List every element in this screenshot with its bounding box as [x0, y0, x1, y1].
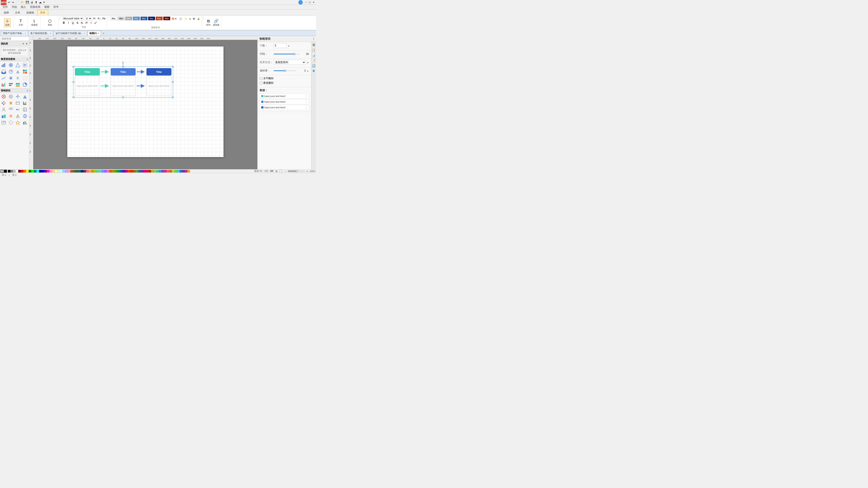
chart-item-14[interactable] — [8, 82, 14, 88]
zoom-in-btn[interactable]: + — [306, 170, 309, 173]
mkt-item-5[interactable] — [1, 100, 7, 106]
shape-group-btn[interactable]: ⊞ — [192, 17, 196, 21]
strikethrough-btn[interactable]: S̶ — [75, 21, 80, 25]
color-swatch[interactable] — [68, 170, 70, 173]
mkt-item-6[interactable] — [8, 100, 14, 106]
zoom-slider[interactable] — [288, 170, 305, 172]
slide-page[interactable]: Title Title — [67, 47, 223, 157]
menu-symbol[interactable]: 符号 — [52, 5, 60, 9]
black-swatch[interactable] — [4, 170, 7, 173]
menu-file[interactable]: 文件 — [1, 5, 9, 9]
color-swatch[interactable] — [187, 170, 190, 173]
chart-item-13[interactable] — [1, 82, 7, 88]
color-swatch[interactable] — [83, 170, 86, 173]
menu-page-layout[interactable]: 页面布局 — [28, 5, 42, 9]
color-swatch[interactable] — [141, 170, 143, 173]
minimize-btn[interactable]: − — [305, 1, 308, 4]
underline-btn[interactable]: U — [71, 21, 75, 25]
mkt-item-11[interactable] — [15, 106, 21, 113]
chart-item-11[interactable] — [15, 75, 21, 81]
offset-expand[interactable]: ▲ — [307, 69, 309, 72]
mkt-item-9[interactable] — [1, 106, 7, 113]
mkt-item-14[interactable]: $ — [8, 113, 14, 119]
highlight-btn[interactable]: 🖊 — [94, 21, 98, 25]
shape-effect-btn[interactable]: ✨ — [183, 17, 188, 21]
chart-item-8[interactable] — [22, 68, 28, 74]
share-icon[interactable]: ⬆ — [34, 1, 38, 4]
doc-tab-1-close[interactable]: × — [50, 32, 51, 34]
color-swatch[interactable] — [156, 170, 159, 173]
doc-tab-3[interactable]: 绘图21 × — [88, 31, 101, 36]
diagram-group[interactable]: Title Title — [75, 68, 172, 96]
shape-style-3[interactable]: Abc — [125, 17, 132, 21]
color-swatch[interactable] — [115, 170, 117, 173]
color-swatch[interactable] — [143, 170, 146, 173]
my-library-empty-box[interactable]: 选中任意形状，点击上方加号添加到库 — [1, 47, 28, 56]
tab-text[interactable]: 文本 — [12, 10, 23, 16]
add-library-icon[interactable]: + — [22, 42, 25, 45]
color-swatch[interactable] — [107, 170, 110, 173]
mkt-item-8[interactable] — [22, 100, 28, 106]
color-swatch[interactable] — [62, 170, 65, 173]
color-swatch[interactable] — [42, 170, 44, 173]
mkt-item-13[interactable] — [1, 113, 7, 119]
box3-content[interactable]: Input your text here! — [147, 76, 172, 96]
color-swatch[interactable] — [31, 170, 34, 173]
strip-btn-1[interactable]: 🖼 — [312, 43, 316, 47]
color-swatch[interactable] — [86, 170, 89, 173]
redo-icon[interactable]: ↪ — [11, 1, 14, 4]
print-icon[interactable]: 🖨 — [30, 1, 34, 4]
color-swatch[interactable] — [177, 170, 180, 173]
font-name-select[interactable]: Microsoft YaHei — [62, 17, 84, 21]
menu-start[interactable]: 开始 — [10, 5, 19, 9]
offset-thumb[interactable] — [284, 70, 286, 72]
select-btn[interactable]: ⊹ 选择 — [4, 19, 11, 27]
color-swatch[interactable] — [78, 170, 81, 173]
font-case-btn[interactable]: Aa — [102, 17, 106, 21]
chart-item-12[interactable] — [22, 75, 28, 81]
box2-title[interactable]: Title — [111, 68, 135, 75]
color-swatch[interactable] — [8, 170, 10, 173]
chart-item-7[interactable] — [15, 68, 21, 74]
font-grow-btn[interactable]: A↑ — [93, 17, 97, 21]
mkt-item-2[interactable] — [8, 93, 14, 100]
tab-connect[interactable]: 连接线 — [24, 10, 37, 16]
color-swatch[interactable] — [175, 170, 177, 173]
new-icon[interactable]: 📄 — [15, 1, 20, 4]
handle-rotate[interactable] — [122, 62, 124, 63]
chart-item-16[interactable] — [22, 82, 28, 88]
subscript-btn[interactable]: X₂ — [80, 21, 84, 25]
shape-style-8[interactable]: Abc — [163, 17, 170, 21]
no-fill-swatch[interactable]: ⊘ — [0, 170, 3, 173]
color-swatch[interactable] — [104, 170, 107, 173]
shape-lock-btn[interactable]: 🔒 — [196, 17, 201, 21]
color-swatch[interactable] — [185, 170, 187, 173]
shape-outline-btn[interactable]: ⬜ — [178, 17, 183, 21]
doc-tab-1[interactable]: 客户旅程报告图... × — [28, 31, 53, 36]
color-swatch[interactable] — [130, 170, 133, 173]
cloud-icon[interactable]: ☁ — [38, 1, 42, 4]
data-item-1[interactable]: Input your text here! ⋮ — [260, 93, 309, 99]
color-swatch[interactable] — [60, 170, 62, 173]
spacing-thumb[interactable] — [293, 53, 295, 55]
shape-style-4[interactable]: Abc — [133, 17, 140, 21]
menu-view[interactable]: 视图 — [42, 5, 51, 9]
open-icon[interactable]: 📁 — [20, 1, 25, 4]
color-swatch[interactable] — [44, 170, 47, 173]
menu-insert[interactable]: 插入 — [19, 5, 28, 9]
display-icon[interactable]: 🖥 — [275, 170, 278, 173]
color-swatch[interactable] — [81, 170, 83, 173]
marketing-section-close[interactable]: × — [27, 89, 28, 92]
user-avatar[interactable]: U — [299, 0, 303, 5]
italic-btn[interactable]: I — [66, 21, 70, 25]
chart-item-10[interactable] — [8, 75, 14, 81]
doc-tab-2[interactable]: 诊疗功能用户历程图 (副... × — [54, 31, 87, 36]
shape-style-1[interactable]: Abc — [110, 17, 117, 21]
color-swatch[interactable] — [50, 170, 52, 173]
strip-btn-4[interactable]: 📝 — [312, 58, 316, 63]
doc-tab-0[interactable]: 理财产品用户体验... × — [1, 31, 28, 36]
zoom-thumb[interactable] — [295, 170, 298, 172]
color-swatch[interactable] — [146, 170, 148, 173]
shape-style-7[interactable]: Abc — [156, 17, 163, 21]
chart-item-9[interactable] — [1, 75, 7, 81]
